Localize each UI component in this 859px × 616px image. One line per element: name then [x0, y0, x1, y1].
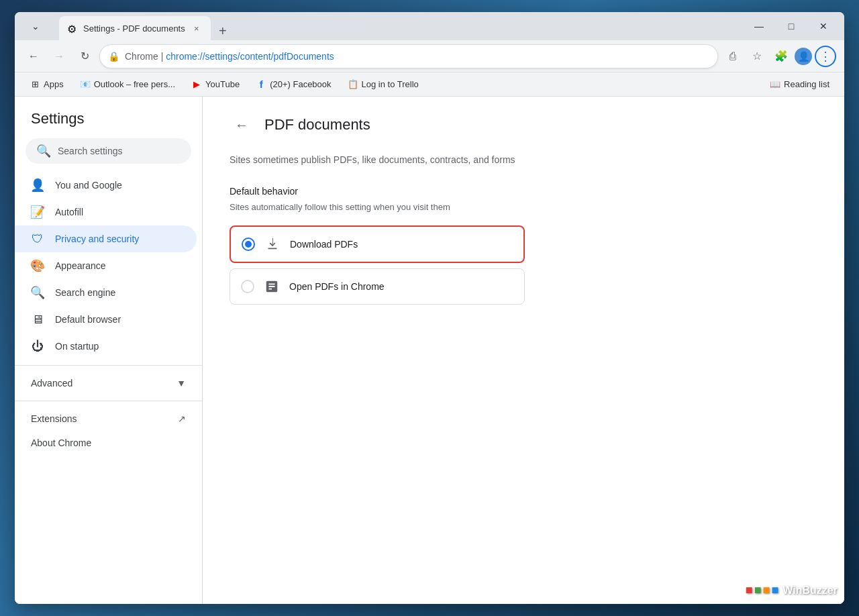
bookmark-facebook[interactable]: f (20+) Facebook: [249, 76, 338, 93]
reload-button[interactable]: ↻: [74, 46, 95, 67]
nav-divider: [15, 365, 202, 366]
radio-inner: [245, 241, 252, 248]
external-link-icon: ↗: [178, 413, 186, 424]
section-title: Default behavior: [230, 186, 817, 197]
autofill-icon: 📝: [31, 205, 44, 219]
tab-list-button[interactable]: ⌄: [20, 15, 51, 37]
bookmark-outlook[interactable]: 📧 Outlook – free pers...: [73, 76, 182, 93]
content-area: Settings 🔍 Search settings 👤 You and Goo…: [15, 97, 844, 604]
sidebar-item-you-google[interactable]: 👤 You and Google: [15, 172, 197, 199]
bookmark-apps-label: Apps: [44, 79, 64, 89]
search-icon: 🔍: [36, 144, 51, 158]
address-text: Chrome | chrome://settings/content/pdfDo…: [125, 51, 709, 62]
section-subtitle: Sites automatically follow this setting …: [230, 202, 817, 212]
browser-window: ⌄ ⚙ Settings - PDF documents × + — □ ✕ ←…: [15, 12, 844, 604]
toolbar-actions: ⎙ ☆ 🧩 👤 ⋮: [722, 46, 836, 67]
bookmark-youtube-label: YouTube: [205, 79, 240, 89]
chrome-label: Chrome |: [125, 51, 166, 62]
search-engine-icon: 🔍: [31, 286, 44, 299]
search-placeholder: Search settings: [58, 146, 123, 156]
outlook-icon: 📧: [80, 79, 91, 90]
sidebar-item-autofill-label: Autofill: [55, 207, 83, 217]
avatar[interactable]: 👤: [795, 48, 812, 65]
tab-favicon-icon: ⚙: [67, 23, 78, 34]
browser-icon: 🖥: [31, 313, 44, 326]
main-content: ← PDF documents Sites sometimes publish …: [203, 97, 844, 604]
bookmark-apps[interactable]: ⊞ Apps: [23, 76, 70, 93]
sidebar-item-appearance-label: Appearance: [55, 260, 106, 271]
sidebar-item-default-browser[interactable]: 🖥 Default browser: [15, 306, 197, 333]
download-icon: [264, 236, 281, 252]
close-window-button[interactable]: ✕: [808, 15, 839, 37]
back-button[interactable]: ←: [230, 113, 254, 137]
chevron-down-icon: ▼: [176, 378, 186, 389]
facebook-icon: f: [256, 79, 266, 90]
bookmark-trello[interactable]: 📋 Log in to Trello: [341, 76, 425, 93]
address-bar[interactable]: 🔒 Chrome | chrome://settings/content/pdf…: [99, 44, 718, 68]
bookmark-youtube[interactable]: ▶ YouTube: [185, 76, 246, 93]
tab-bar: ⚙ Settings - PDF documents × +: [59, 12, 741, 40]
title-bar: ⌄ ⚙ Settings - PDF documents × + — □ ✕: [15, 12, 844, 40]
sidebar-title: Settings: [15, 97, 202, 138]
sidebar-item-appearance[interactable]: 🎨 Appearance: [15, 252, 197, 279]
sidebar-item-search-engine[interactable]: 🔍 Search engine: [15, 279, 197, 306]
sidebar-item-about-chrome[interactable]: About Chrome: [15, 431, 202, 455]
page-header: ← PDF documents: [230, 113, 817, 137]
new-tab-button[interactable]: +: [213, 21, 232, 40]
sidebar-item-on-startup[interactable]: ⏻ On startup: [15, 333, 197, 360]
search-settings-input[interactable]: 🔍 Search settings: [26, 138, 191, 164]
watermark: ■ ■ ■ ■ WinBuzzer: [746, 583, 838, 597]
watermark-label: WinBuzzer: [782, 584, 838, 597]
open-in-chrome-icon: [264, 278, 280, 295]
sidebar-item-privacy-security[interactable]: 🛡 Privacy and security: [15, 225, 197, 252]
minimize-button[interactable]: —: [744, 15, 774, 37]
bookmark-facebook-label: (20+) Facebook: [270, 79, 331, 89]
back-button[interactable]: ←: [23, 46, 44, 67]
sidebar-item-extensions[interactable]: Extensions ↗: [15, 407, 202, 431]
option-open-in-chrome-label: Open PDFs in Chrome: [289, 281, 385, 292]
bookmark-button[interactable]: ☆: [746, 46, 768, 67]
forward-button[interactable]: →: [48, 46, 70, 67]
sidebar-item-privacy-security-label: Privacy and security: [55, 234, 139, 244]
maximize-button[interactable]: □: [776, 15, 807, 37]
sidebar-item-default-browser-label: Default browser: [55, 314, 121, 325]
active-tab[interactable]: ⚙ Settings - PDF documents ×: [59, 16, 211, 40]
menu-button[interactable]: ⋮: [815, 46, 836, 67]
share-button[interactable]: ⎙: [722, 46, 744, 67]
extensions-button[interactable]: 🧩: [770, 46, 792, 67]
person-icon: 👤: [31, 178, 44, 192]
reading-list-label: Reading list: [784, 79, 829, 89]
sidebar-item-you-google-label: You and Google: [55, 180, 122, 191]
sidebar-item-advanced[interactable]: Advanced ▼: [15, 371, 202, 395]
radio-download-pdfs: [242, 238, 255, 251]
bookmark-outlook-label: Outlook – free pers...: [94, 79, 175, 89]
radio-open-chrome: [241, 280, 254, 293]
shield-icon: 🛡: [31, 232, 44, 246]
url-path: chrome://settings/content/pdfDocuments: [166, 51, 334, 62]
tab-title: Settings - PDF documents: [83, 23, 185, 34]
sidebar-item-search-engine-label: Search engine: [55, 287, 115, 298]
page-description: Sites sometimes publish PDFs, like docum…: [230, 153, 817, 167]
option-open-in-chrome[interactable]: Open PDFs in Chrome: [230, 268, 525, 305]
bookmarks-bar: ⊞ Apps 📧 Outlook – free pers... ▶ YouTub…: [15, 72, 844, 97]
option-download-pdfs-label: Download PDFs: [290, 239, 358, 250]
page-title: PDF documents: [264, 116, 370, 134]
option-download-pdfs[interactable]: Download PDFs: [230, 225, 525, 263]
reading-list-icon: 📖: [770, 79, 780, 89]
palette-icon: 🎨: [31, 259, 44, 272]
reading-list-button[interactable]: 📖 Reading list: [763, 76, 836, 92]
tab-close-button[interactable]: ×: [191, 22, 203, 34]
bookmark-trello-label: Log in to Trello: [362, 79, 419, 89]
sidebar-item-extensions-label: Extensions: [31, 413, 77, 424]
sidebar: Settings 🔍 Search settings 👤 You and Goo…: [15, 97, 203, 604]
sidebar-item-about-chrome-label: About Chrome: [31, 438, 91, 448]
toolbar: ← → ↻ 🔒 Chrome | chrome://settings/conte…: [15, 40, 844, 72]
apps-icon: ⊞: [30, 79, 40, 90]
window-controls: ⌄: [20, 15, 51, 37]
power-icon: ⏻: [31, 340, 44, 353]
watermark-icon: ■ ■ ■ ■: [746, 583, 779, 597]
sidebar-nav: 👤 You and Google 📝 Autofill 🛡 Privacy an…: [15, 172, 202, 466]
sidebar-item-autofill[interactable]: 📝 Autofill: [15, 199, 197, 225]
youtube-icon: ▶: [191, 79, 202, 90]
title-bar-controls: — □ ✕: [744, 15, 839, 37]
